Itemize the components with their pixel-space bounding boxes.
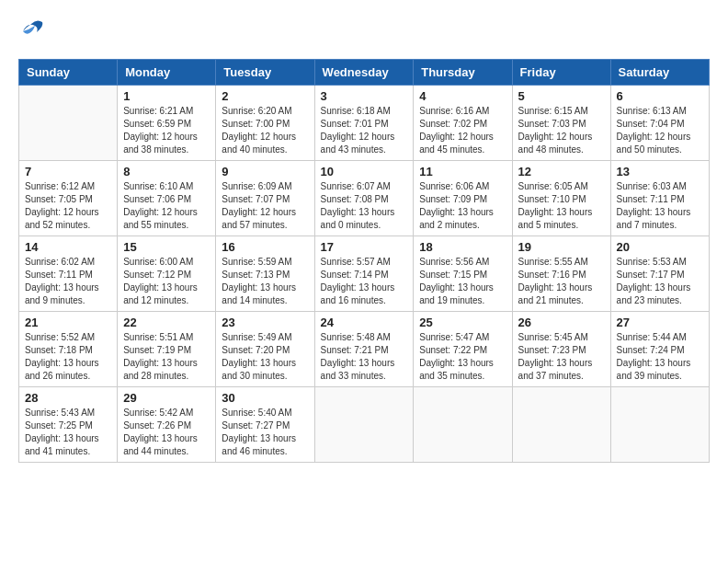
day-info: Sunrise: 5:43 AM Sunset: 7:25 PM Dayligh… <box>25 407 111 458</box>
day-number: 11 <box>419 165 506 178</box>
calendar-day <box>414 387 512 463</box>
page-header <box>18 18 710 44</box>
calendar-day: 9Sunrise: 6:09 AM Sunset: 7:07 PM Daylig… <box>216 161 314 236</box>
day-info: Sunrise: 6:00 AM Sunset: 7:12 PM Dayligh… <box>123 256 210 307</box>
day-info: Sunrise: 5:40 AM Sunset: 7:27 PM Dayligh… <box>222 407 308 458</box>
day-info: Sunrise: 6:03 AM Sunset: 7:11 PM Dayligh… <box>617 180 703 232</box>
day-number: 3 <box>321 89 408 103</box>
day-info: Sunrise: 5:57 AM Sunset: 7:14 PM Dayligh… <box>321 256 408 307</box>
day-info: Sunrise: 5:59 AM Sunset: 7:13 PM Dayligh… <box>222 256 308 307</box>
day-number: 5 <box>518 89 605 103</box>
day-number: 2 <box>222 89 308 103</box>
calendar-day: 21Sunrise: 5:52 AM Sunset: 7:18 PM Dayli… <box>19 312 118 387</box>
calendar-day: 2Sunrise: 6:20 AM Sunset: 7:00 PM Daylig… <box>216 86 314 161</box>
calendar-day: 26Sunrise: 5:45 AM Sunset: 7:23 PM Dayli… <box>512 312 610 387</box>
day-number: 24 <box>321 316 408 329</box>
column-header-monday: Monday <box>118 60 216 86</box>
column-header-thursday: Thursday <box>414 60 512 86</box>
day-number: 27 <box>617 316 703 329</box>
day-info: Sunrise: 5:52 AM Sunset: 7:18 PM Dayligh… <box>25 331 111 383</box>
day-info: Sunrise: 6:05 AM Sunset: 7:10 PM Dayligh… <box>518 180 605 232</box>
calendar-day: 7Sunrise: 6:12 AM Sunset: 7:05 PM Daylig… <box>19 161 118 236</box>
calendar-day: 13Sunrise: 6:03 AM Sunset: 7:11 PM Dayli… <box>610 161 709 236</box>
calendar-table: SundayMondayTuesdayWednesdayThursdayFrid… <box>18 59 710 463</box>
calendar-week-3: 14Sunrise: 6:02 AM Sunset: 7:11 PM Dayli… <box>19 236 710 312</box>
day-number: 18 <box>419 240 506 254</box>
column-header-wednesday: Wednesday <box>314 60 414 86</box>
day-info: Sunrise: 6:10 AM Sunset: 7:06 PM Dayligh… <box>123 180 210 232</box>
calendar-day <box>512 387 610 463</box>
day-number: 16 <box>222 240 308 254</box>
day-info: Sunrise: 6:18 AM Sunset: 7:01 PM Dayligh… <box>321 105 408 156</box>
day-number: 9 <box>222 165 308 178</box>
calendar-day: 30Sunrise: 5:40 AM Sunset: 7:27 PM Dayli… <box>216 387 314 463</box>
day-info: Sunrise: 6:16 AM Sunset: 7:02 PM Dayligh… <box>419 105 506 156</box>
day-info: Sunrise: 6:09 AM Sunset: 7:07 PM Dayligh… <box>222 180 308 232</box>
day-number: 6 <box>617 89 703 103</box>
day-info: Sunrise: 5:45 AM Sunset: 7:23 PM Dayligh… <box>518 331 605 383</box>
day-info: Sunrise: 6:20 AM Sunset: 7:00 PM Dayligh… <box>222 105 308 156</box>
calendar-day: 10Sunrise: 6:07 AM Sunset: 7:08 PM Dayli… <box>314 161 414 236</box>
logo-icon <box>18 18 46 44</box>
calendar-day: 4Sunrise: 6:16 AM Sunset: 7:02 PM Daylig… <box>414 86 512 161</box>
day-number: 13 <box>617 165 703 178</box>
column-header-sunday: Sunday <box>19 60 118 86</box>
day-info: Sunrise: 5:49 AM Sunset: 7:20 PM Dayligh… <box>222 331 308 383</box>
day-number: 20 <box>617 240 703 254</box>
day-info: Sunrise: 6:15 AM Sunset: 7:03 PM Dayligh… <box>518 105 605 156</box>
day-number: 19 <box>518 240 605 254</box>
day-number: 14 <box>25 240 111 254</box>
calendar-day: 18Sunrise: 5:56 AM Sunset: 7:15 PM Dayli… <box>414 236 512 312</box>
calendar-week-2: 7Sunrise: 6:12 AM Sunset: 7:05 PM Daylig… <box>19 161 710 236</box>
day-number: 10 <box>321 165 408 178</box>
calendar-day: 14Sunrise: 6:02 AM Sunset: 7:11 PM Dayli… <box>19 236 118 312</box>
column-header-friday: Friday <box>512 60 610 86</box>
day-info: Sunrise: 6:21 AM Sunset: 6:59 PM Dayligh… <box>123 105 210 156</box>
calendar-day: 23Sunrise: 5:49 AM Sunset: 7:20 PM Dayli… <box>216 312 314 387</box>
day-number: 29 <box>123 391 210 405</box>
calendar-day: 15Sunrise: 6:00 AM Sunset: 7:12 PM Dayli… <box>118 236 216 312</box>
calendar-day: 22Sunrise: 5:51 AM Sunset: 7:19 PM Dayli… <box>118 312 216 387</box>
calendar-day: 11Sunrise: 6:06 AM Sunset: 7:09 PM Dayli… <box>414 161 512 236</box>
calendar-day: 8Sunrise: 6:10 AM Sunset: 7:06 PM Daylig… <box>118 161 216 236</box>
calendar-day: 20Sunrise: 5:53 AM Sunset: 7:17 PM Dayli… <box>610 236 709 312</box>
column-header-tuesday: Tuesday <box>216 60 314 86</box>
calendar-day: 27Sunrise: 5:44 AM Sunset: 7:24 PM Dayli… <box>610 312 709 387</box>
calendar-day: 19Sunrise: 5:55 AM Sunset: 7:16 PM Dayli… <box>512 236 610 312</box>
day-info: Sunrise: 5:56 AM Sunset: 7:15 PM Dayligh… <box>419 256 506 307</box>
calendar-day: 24Sunrise: 5:48 AM Sunset: 7:21 PM Dayli… <box>314 312 414 387</box>
day-number: 28 <box>25 391 111 405</box>
day-info: Sunrise: 5:44 AM Sunset: 7:24 PM Dayligh… <box>617 331 703 383</box>
calendar-day: 28Sunrise: 5:43 AM Sunset: 7:25 PM Dayli… <box>19 387 118 463</box>
calendar-day: 5Sunrise: 6:15 AM Sunset: 7:03 PM Daylig… <box>512 86 610 161</box>
calendar-day: 25Sunrise: 5:47 AM Sunset: 7:22 PM Dayli… <box>414 312 512 387</box>
calendar-day: 16Sunrise: 5:59 AM Sunset: 7:13 PM Dayli… <box>216 236 314 312</box>
column-header-saturday: Saturday <box>610 60 709 86</box>
day-info: Sunrise: 5:47 AM Sunset: 7:22 PM Dayligh… <box>419 331 506 383</box>
day-number: 25 <box>419 316 506 329</box>
calendar-day: 12Sunrise: 6:05 AM Sunset: 7:10 PM Dayli… <box>512 161 610 236</box>
calendar-week-1: 1Sunrise: 6:21 AM Sunset: 6:59 PM Daylig… <box>19 86 710 161</box>
day-info: Sunrise: 6:07 AM Sunset: 7:08 PM Dayligh… <box>321 180 408 232</box>
calendar-week-4: 21Sunrise: 5:52 AM Sunset: 7:18 PM Dayli… <box>19 312 710 387</box>
calendar-day: 29Sunrise: 5:42 AM Sunset: 7:26 PM Dayli… <box>118 387 216 463</box>
calendar-day: 3Sunrise: 6:18 AM Sunset: 7:01 PM Daylig… <box>314 86 414 161</box>
day-info: Sunrise: 6:12 AM Sunset: 7:05 PM Dayligh… <box>25 180 111 232</box>
day-number: 8 <box>123 165 210 178</box>
day-number: 12 <box>518 165 605 178</box>
day-number: 30 <box>222 391 308 405</box>
calendar-week-5: 28Sunrise: 5:43 AM Sunset: 7:25 PM Dayli… <box>19 387 710 463</box>
day-number: 7 <box>25 165 111 178</box>
day-info: Sunrise: 5:42 AM Sunset: 7:26 PM Dayligh… <box>123 407 210 458</box>
day-info: Sunrise: 5:55 AM Sunset: 7:16 PM Dayligh… <box>518 256 605 307</box>
calendar-day <box>314 387 414 463</box>
day-number: 26 <box>518 316 605 329</box>
day-info: Sunrise: 5:53 AM Sunset: 7:17 PM Dayligh… <box>617 256 703 307</box>
day-number: 22 <box>123 316 210 329</box>
day-info: Sunrise: 5:51 AM Sunset: 7:19 PM Dayligh… <box>123 331 210 383</box>
calendar-day <box>610 387 709 463</box>
calendar-day: 6Sunrise: 6:13 AM Sunset: 7:04 PM Daylig… <box>610 86 709 161</box>
day-number: 17 <box>321 240 408 254</box>
day-number: 4 <box>419 89 506 103</box>
day-number: 15 <box>123 240 210 254</box>
